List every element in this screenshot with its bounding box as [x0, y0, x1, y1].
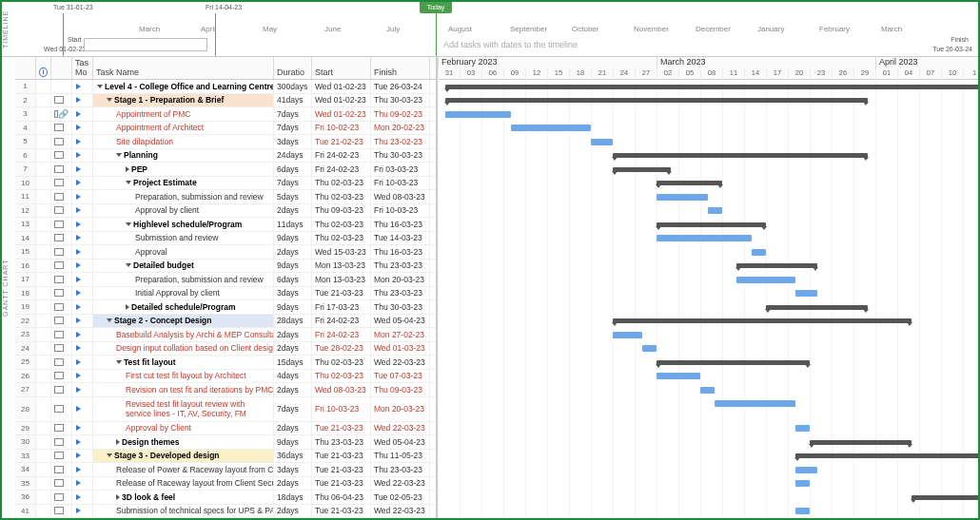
table-row[interactable]: 19Detailed schedule/Program9daysFri 17-0…: [15, 300, 436, 315]
finish-cell[interactable]: Wed 22-03-23: [371, 356, 430, 369]
table-row[interactable]: 363D look & feel18daysThu 06-04-23Tue 02…: [15, 491, 436, 505]
row-indicators[interactable]: [51, 328, 72, 341]
start-cell[interactable]: Thu 02-03-23: [312, 190, 371, 203]
row-task-mode[interactable]: [72, 122, 93, 135]
row-info[interactable]: [36, 190, 51, 203]
start-cell[interactable]: Tue 21-03-23: [312, 463, 371, 476]
row-task-mode[interactable]: [72, 463, 93, 476]
start-cell[interactable]: Thu 02-03-23: [312, 370, 371, 383]
task-name-cell[interactable]: Submission and review: [93, 232, 274, 245]
row-id[interactable]: 30: [15, 435, 36, 449]
row-info[interactable]: [36, 80, 51, 93]
duration-cell[interactable]: 36days: [274, 450, 312, 463]
gantt-row[interactable]: [438, 435, 978, 450]
row-id[interactable]: 15: [15, 245, 36, 259]
finish-cell[interactable]: Fri 03-03-23: [371, 163, 430, 176]
collapse-icon[interactable]: [116, 360, 122, 364]
row-info[interactable]: [36, 287, 51, 300]
row-indicators[interactable]: [51, 149, 72, 163]
task-name-cell[interactable]: Initial Approval by client: [93, 287, 274, 300]
finish-cell[interactable]: Wed 05-04-23: [371, 435, 430, 449]
table-row[interactable]: 33Stage 3 - Developed design36daysTue 21…: [15, 450, 436, 464]
expand-icon[interactable]: [116, 439, 120, 445]
task-name-cell[interactable]: Revision on test fit and iterations by P…: [93, 383, 274, 396]
task-bar[interactable]: [795, 480, 810, 487]
row-info[interactable]: [36, 477, 51, 491]
expand-icon[interactable]: [116, 494, 120, 500]
row-indicators[interactable]: [51, 94, 72, 107]
collapse-icon[interactable]: [97, 85, 103, 88]
row-indicators[interactable]: [51, 370, 72, 383]
row-indicators[interactable]: [51, 383, 72, 396]
row-info[interactable]: [36, 135, 51, 148]
table-row[interactable]: 16Detailed budget9daysMon 13-03-23Thu 23…: [15, 260, 436, 274]
gantt-row[interactable]: [438, 397, 978, 422]
start-cell[interactable]: Thu 02-03-23: [312, 177, 371, 190]
gantt-row[interactable]: [438, 273, 978, 287]
duration-cell[interactable]: 2days: [274, 383, 312, 396]
start-cell[interactable]: Fri 17-03-23: [312, 300, 371, 314]
row-indicators[interactable]: [51, 422, 72, 435]
start-cell[interactable]: Thu 02-03-23: [312, 232, 371, 245]
finish-cell[interactable]: Wed 05-04-23: [371, 315, 430, 328]
start-cell[interactable]: Thu 02-03-23: [312, 356, 371, 369]
row-info[interactable]: [36, 218, 51, 231]
task-name-cell[interactable]: PEP: [93, 163, 274, 176]
row-id[interactable]: 12: [15, 204, 36, 218]
row-id[interactable]: 14: [15, 232, 36, 245]
row-indicators[interactable]: [51, 342, 72, 356]
row-task-mode[interactable]: [72, 356, 93, 369]
row-indicators[interactable]: [51, 300, 72, 314]
table-row[interactable]: 2Stage 1 - Preparation & Brief41daysWed …: [15, 94, 436, 108]
start-cell[interactable]: Tue 21-03-23: [312, 450, 371, 463]
task-name-cell[interactable]: Planning: [93, 149, 274, 163]
row-indicators[interactable]: [51, 204, 72, 218]
gantt-row[interactable]: [438, 300, 978, 315]
start-cell[interactable]: Fri 24-02-23: [312, 149, 371, 163]
task-bar[interactable]: [657, 235, 752, 241]
row-indicators[interactable]: [51, 450, 72, 463]
task-bar[interactable]: [736, 277, 794, 283]
start-cell[interactable]: Thu 06-04-23: [312, 491, 371, 504]
gantt-row[interactable]: [438, 505, 978, 519]
task-name-cell[interactable]: Stage 2 - Concept Design: [93, 315, 274, 328]
timeline-bar[interactable]: [84, 38, 207, 51]
start-cell[interactable]: Fri 10-02-23: [312, 122, 371, 135]
col-header-start[interactable]: Start: [312, 57, 371, 79]
table-row[interactable]: 5Site dilapidation3daysTue 21-02-23Thu 2…: [15, 135, 436, 149]
expand-icon[interactable]: [126, 166, 129, 172]
duration-cell[interactable]: 15days: [274, 356, 312, 369]
finish-cell[interactable]: Thu 09-02-23: [371, 107, 430, 121]
duration-cell[interactable]: 2days: [274, 477, 312, 491]
finish-cell[interactable]: Thu 16-03-23: [371, 245, 430, 259]
task-name-cell[interactable]: Detailed budget: [93, 260, 274, 273]
row-id[interactable]: 26: [15, 370, 36, 383]
row-info[interactable]: [36, 177, 51, 190]
row-id[interactable]: 28: [15, 397, 36, 421]
start-cell[interactable]: Tue 21-02-23: [312, 135, 371, 148]
duration-cell[interactable]: 7days: [274, 107, 312, 121]
task-name-cell[interactable]: Release of Raceway layout from Client Se…: [93, 477, 274, 491]
duration-cell[interactable]: 5days: [274, 190, 312, 203]
task-bar[interactable]: [700, 387, 715, 394]
task-name-cell[interactable]: First cut test fit layout by Architect: [93, 370, 274, 383]
gantt-row[interactable]: [438, 218, 978, 232]
duration-cell[interactable]: 41days: [274, 94, 312, 107]
duration-cell[interactable]: 2days: [274, 422, 312, 435]
finish-cell[interactable]: Mon 27-02-23: [371, 328, 430, 341]
start-cell[interactable]: Tue 28-02-23: [312, 342, 371, 356]
task-name-cell[interactable]: Stage 1 - Preparation & Brief: [93, 94, 274, 107]
task-bar[interactable]: [657, 194, 708, 201]
row-task-mode[interactable]: [72, 232, 93, 245]
row-task-mode[interactable]: [72, 135, 93, 148]
row-task-mode[interactable]: [72, 422, 93, 435]
row-id[interactable]: 2: [15, 94, 36, 107]
row-task-mode[interactable]: [72, 287, 93, 300]
row-info[interactable]: [36, 435, 51, 449]
summary-bar[interactable]: [613, 318, 911, 323]
row-indicators[interactable]: [51, 163, 72, 176]
row-id[interactable]: 11: [15, 190, 36, 203]
row-info[interactable]: [36, 204, 51, 218]
gantt-row[interactable]: [438, 260, 978, 274]
task-name-cell[interactable]: Appointment of PMC: [93, 107, 274, 121]
